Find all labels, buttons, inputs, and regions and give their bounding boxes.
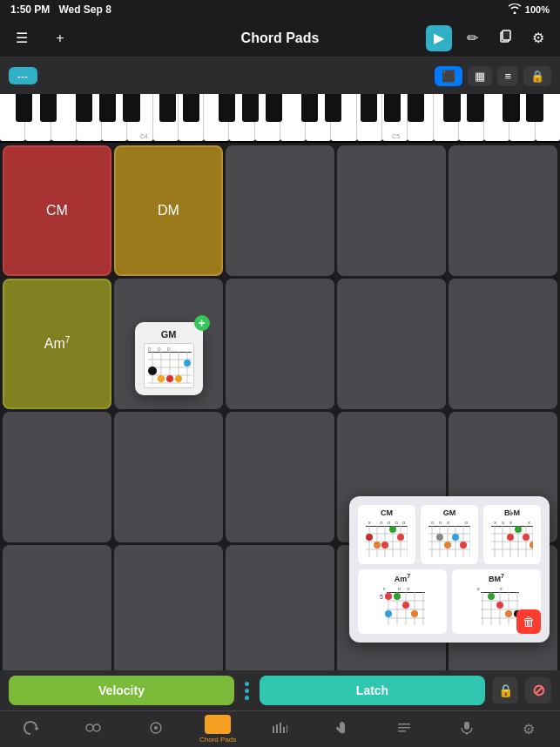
pad-empty[interactable] <box>449 145 557 276</box>
dash-button[interactable]: --- <box>9 67 37 84</box>
white-key[interactable] <box>280 94 306 141</box>
svg-point-42 <box>436 534 443 541</box>
pad-cm[interactable]: CM <box>3 145 111 276</box>
svg-rect-1 <box>503 30 510 40</box>
svg-point-86 <box>505 610 512 617</box>
svg-point-89 <box>93 724 100 731</box>
svg-point-31 <box>397 534 404 541</box>
svg-rect-94 <box>210 723 217 730</box>
svg-rect-98 <box>398 730 406 732</box>
settings-icon: ⚙ <box>523 721 535 737</box>
white-key[interactable] <box>0 94 25 141</box>
lock-icon: 🔒 <box>530 70 544 83</box>
svg-point-56 <box>507 534 514 541</box>
lock-toolbar-button[interactable]: 🔒 <box>523 66 551 86</box>
piano-keys-icon: ▦ <box>475 70 485 83</box>
white-key[interactable] <box>229 94 254 141</box>
pad-label: DM <box>158 203 179 219</box>
nav-item-scales[interactable] <box>249 721 311 738</box>
chord-item-cm[interactable]: CM x oooo <box>358 505 415 564</box>
battery-text: 100% <box>525 4 550 15</box>
svg-point-91 <box>154 726 158 730</box>
delete-chord-button[interactable]: 🗑 <box>516 609 541 634</box>
white-key[interactable] <box>204 94 229 141</box>
svg-point-88 <box>86 724 93 731</box>
white-key[interactable] <box>459 94 484 141</box>
white-key[interactable] <box>25 94 51 141</box>
white-key[interactable] <box>102 94 127 141</box>
status-right: 100% <box>509 3 550 16</box>
white-key[interactable] <box>331 94 356 141</box>
edit-button[interactable]: ✏ <box>459 25 485 51</box>
pad-empty[interactable] <box>226 545 334 676</box>
nav-item-chords[interactable] <box>62 721 124 738</box>
chord-item-bbm[interactable]: B♭M xxx x <box>483 505 541 564</box>
nav-item-finger[interactable] <box>311 721 373 738</box>
copy-icon <box>498 30 512 47</box>
play-button[interactable]: ▶ <box>426 25 452 51</box>
pad-gm-popup[interactable]: GM + o o o <box>114 279 223 409</box>
no-button[interactable]: ⊘ <box>525 677 551 703</box>
white-key[interactable] <box>408 94 433 141</box>
piano-keyboard[interactable]: C4 C5 <box>0 94 560 143</box>
svg-rect-99 <box>464 722 469 730</box>
latch-button[interactable]: Latch <box>260 676 485 705</box>
play-icon: ▶ <box>434 30 444 46</box>
svg-point-12 <box>148 367 157 375</box>
pad-empty[interactable] <box>3 545 111 676</box>
copy-button[interactable] <box>492 25 518 51</box>
pad-label: CM <box>46 203 68 219</box>
pad-am7[interactable]: Am7 <box>3 279 111 409</box>
nav-item-chord-pads[interactable]: Chord Pads <box>186 715 248 744</box>
white-key[interactable] <box>434 94 459 141</box>
white-key[interactable] <box>484 94 509 141</box>
chord-item-gm[interactable]: GM ooo o <box>421 505 478 564</box>
add-button[interactable]: + <box>47 25 73 51</box>
white-key[interactable] <box>179 94 204 141</box>
dots-indicator <box>241 682 253 700</box>
pad-empty[interactable] <box>449 279 557 409</box>
toolbar-left: --- <box>9 67 37 84</box>
pad-empty[interactable] <box>226 145 334 276</box>
pad-dm[interactable]: DM <box>114 145 223 276</box>
lock-button[interactable]: 🔒 <box>492 677 518 703</box>
white-key[interactable] <box>306 94 331 141</box>
settings-button[interactable]: ⚙ <box>525 25 551 51</box>
chord-popup-title: GM <box>142 329 196 340</box>
pad-empty[interactable] <box>226 412 334 542</box>
velocity-button[interactable]: Velocity <box>9 676 234 705</box>
pad-empty[interactable] <box>226 279 334 409</box>
white-key[interactable] <box>509 94 535 141</box>
white-key[interactable] <box>51 94 77 141</box>
nav-item-settings[interactable]: ⚙ <box>498 721 560 737</box>
pad-empty[interactable] <box>337 145 446 276</box>
svg-point-30 <box>389 526 396 533</box>
status-bar: 1:50 PM Wed Sep 8 100% <box>0 0 560 19</box>
pad-empty[interactable] <box>114 412 223 542</box>
grid-view-button[interactable]: ⬛ <box>435 66 462 86</box>
chord-popup[interactable]: GM + o o o <box>135 322 203 395</box>
nav-item-lyrics[interactable] <box>374 721 435 738</box>
svg-rect-97 <box>398 727 410 729</box>
white-key[interactable] <box>77 94 102 141</box>
pad-empty[interactable] <box>114 545 223 676</box>
list-view-button[interactable]: ▦ <box>468 66 492 86</box>
white-key[interactable] <box>153 94 179 141</box>
chord-pads-label: Chord Pads <box>199 736 236 744</box>
page-title: Chord Pads <box>241 30 320 46</box>
nav-item-arp[interactable] <box>125 721 186 738</box>
finger-icon <box>334 721 350 738</box>
add-chord-button[interactable]: + <box>194 315 210 331</box>
status-time: 1:50 PM Wed Sep 8 <box>10 3 111 16</box>
chord-item-am7[interactable]: Am7 x ox 5 <box>358 569 447 634</box>
nav-item-record[interactable] <box>435 721 497 738</box>
pad-empty[interactable] <box>337 279 446 409</box>
nav-item-loops[interactable] <box>0 721 62 738</box>
lines-view-button[interactable]: ≡ <box>497 66 518 86</box>
pad-empty[interactable] <box>3 412 111 542</box>
white-key[interactable] <box>536 94 560 141</box>
chord-pads-icon <box>210 717 226 732</box>
menu-button[interactable]: ☰ <box>9 25 35 51</box>
white-key[interactable] <box>255 94 280 141</box>
white-key[interactable] <box>357 94 382 141</box>
